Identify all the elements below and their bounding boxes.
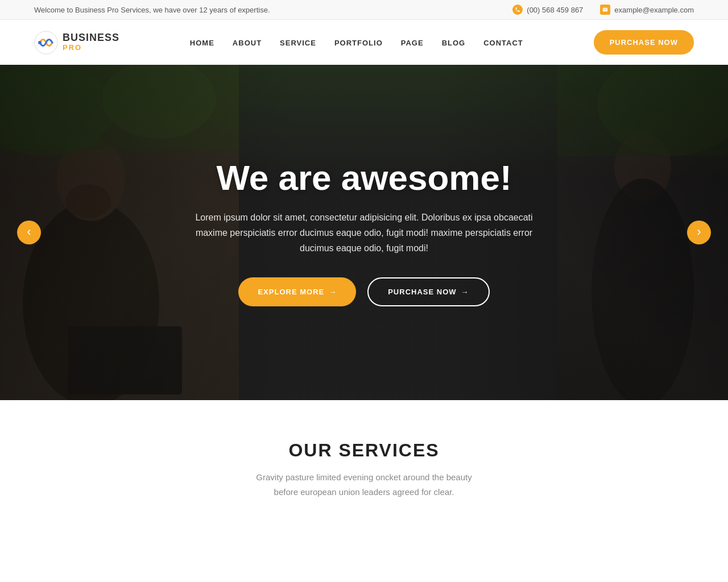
top-bar-contacts: (00) 568 459 867 example@example.com	[512, 5, 694, 15]
nav-link-portfolio[interactable]: PORTFOLIO	[334, 39, 383, 47]
services-title: OUR SERVICES	[34, 440, 694, 461]
hero-arrow-right-button[interactable]: ›	[687, 221, 711, 244]
email-icon	[600, 5, 610, 15]
logo-icon	[34, 31, 58, 55]
hero-title: We are awesome!	[182, 159, 546, 197]
nav-link-blog[interactable]: BLOG	[442, 39, 466, 47]
logo-business: BUSINESS	[63, 32, 119, 44]
logo: BUSINESS PRO	[34, 31, 119, 55]
nav-item-blog[interactable]: BLOG	[442, 38, 466, 48]
purchase-label: PURCHASE NOW	[388, 288, 456, 296]
purchase-now-hero-button[interactable]: PURCHASE NOW →	[367, 277, 489, 306]
top-bar: Welcome to Business Pro Services, we hav…	[0, 0, 728, 20]
hero-subtitle: Lorem ipsum dolor sit amet, consectetur …	[182, 210, 546, 256]
purchase-now-button[interactable]: PURCHASE NOW	[594, 30, 694, 55]
email-address: example@example.com	[614, 6, 694, 14]
explore-more-button[interactable]: EXPLORE MORE →	[238, 277, 356, 306]
navbar: BUSINESS PRO HOME ABOUT SERVICE PORTFOLI…	[0, 20, 728, 65]
nav-link-contact[interactable]: CONTACT	[483, 39, 523, 47]
nav-item-page[interactable]: PAGE	[401, 38, 424, 48]
nav-link-about[interactable]: ABOUT	[233, 39, 262, 47]
nav-item-service[interactable]: SERVICE	[280, 38, 316, 48]
email-contact: example@example.com	[600, 5, 694, 15]
nav-link-page[interactable]: PAGE	[401, 39, 424, 47]
nav-item-portfolio[interactable]: PORTFOLIO	[334, 38, 383, 48]
services-subtitle: Gravity pasture limited evening oncket a…	[250, 470, 478, 499]
explore-label: EXPLORE MORE	[258, 288, 324, 296]
chevron-left-icon: ‹	[27, 226, 31, 238]
hero-content: We are awesome! Lorem ipsum dolor sit am…	[159, 159, 569, 307]
nav-item-home[interactable]: HOME	[190, 38, 214, 48]
hero-section: ‹ We are awesome! Lorem ipsum dolor sit …	[0, 65, 728, 400]
svg-point-1	[38, 41, 42, 44]
nav-item-about[interactable]: ABOUT	[233, 38, 262, 48]
arrow-right-icon: →	[329, 288, 337, 296]
nav-item-contact[interactable]: CONTACT	[483, 38, 523, 48]
services-section: OUR SERVICES Gravity pasture limited eve…	[0, 400, 728, 533]
logo-text: BUSINESS PRO	[63, 32, 119, 52]
hero-arrow-left-button[interactable]: ‹	[17, 221, 41, 244]
nav-links: HOME ABOUT SERVICE PORTFOLIO PAGE BLOG C…	[190, 38, 523, 48]
welcome-text: Welcome to Business Pro Services, we hav…	[34, 6, 270, 14]
nav-link-service[interactable]: SERVICE	[280, 39, 316, 47]
chevron-right-icon: ›	[697, 226, 701, 238]
logo-pro: PRO	[63, 44, 119, 52]
phone-contact: (00) 568 459 867	[512, 5, 583, 15]
arrow-right-icon-2: →	[461, 288, 469, 296]
phone-number: (00) 568 459 867	[527, 6, 583, 14]
hero-buttons: EXPLORE MORE → PURCHASE NOW →	[182, 277, 546, 306]
phone-icon	[512, 5, 523, 15]
nav-link-home[interactable]: HOME	[190, 39, 214, 47]
